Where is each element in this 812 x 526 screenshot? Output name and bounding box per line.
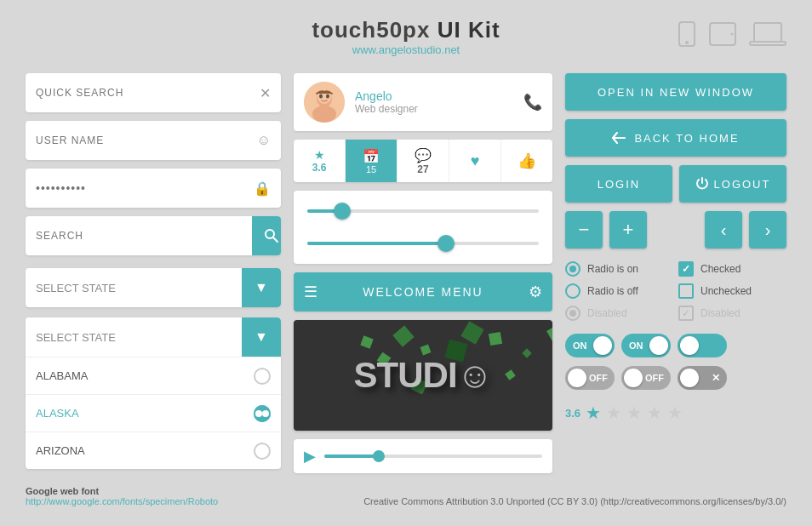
clear-icon[interactable]: ✕: [260, 85, 271, 101]
login-button[interactable]: LOGIN: [565, 165, 672, 203]
tablet-device-icon: [709, 22, 736, 46]
header-subtitle: www.angelostudio.net: [26, 43, 786, 56]
slider2-row: [307, 233, 539, 254]
check-mark-icon: ✓: [682, 263, 690, 275]
stat-stars[interactable]: ★ 3.6: [294, 140, 346, 182]
next-button[interactable]: ›: [749, 211, 786, 249]
toggle-check[interactable]: ✓: [678, 334, 727, 357]
star-5[interactable]: ★: [667, 403, 683, 423]
slider2-fill: [307, 242, 446, 245]
search-button[interactable]: [252, 216, 281, 255]
radio-dot-arizona: [254, 443, 271, 460]
star-rating-value: 3.6: [565, 407, 580, 420]
lock-icon: 🔒: [254, 180, 271, 197]
slider2-track[interactable]: [307, 242, 539, 245]
slider1-row: [307, 201, 539, 221]
toggle-on-1[interactable]: ON: [565, 334, 615, 357]
prev-button[interactable]: ‹: [705, 211, 742, 249]
slider2-thumb[interactable]: [437, 235, 455, 252]
right-column: OPEN IN NEW WINDOW BACK TO HOME LOGIN LO…: [565, 73, 786, 473]
stat-calendar[interactable]: 📅 15: [346, 140, 397, 182]
toggle-row-2: OFF OFF ✕: [565, 366, 786, 390]
check-disabled-item: ✓ Disabled: [678, 306, 786, 321]
toggle-label-off2: OFF: [645, 373, 664, 383]
logout-button[interactable]: LOGOUT: [679, 165, 786, 203]
svg-rect-5: [750, 42, 786, 45]
select-state-row[interactable]: SELECT STATE ▼: [26, 268, 281, 307]
plus-button[interactable]: +: [609, 211, 647, 249]
slider1-track[interactable]: [307, 209, 539, 213]
check-unchecked-item[interactable]: Unchecked: [678, 283, 786, 299]
username-row: ☺: [26, 121, 281, 160]
stat-heart[interactable]: ♥: [449, 140, 501, 182]
radio-check-grid: Radio is on ✓ Checked Radio is off: [565, 257, 786, 325]
page-title: touch50px UI Kit: [26, 17, 786, 43]
back-button-label: BACK TO HOME: [634, 132, 739, 145]
username-input[interactable]: [36, 134, 257, 146]
star-icon: ★: [314, 148, 325, 162]
toggle-on-2[interactable]: ON: [621, 334, 671, 357]
slider1-thumb[interactable]: [334, 203, 351, 220]
list-item-label: ALASKA: [36, 407, 79, 420]
search-input[interactable]: [36, 230, 252, 242]
minus-button[interactable]: −: [565, 211, 603, 249]
toggle-x-label: ✕: [712, 372, 720, 384]
radio-disabled-item: Disabled: [565, 306, 673, 321]
login-logout-row: LOGIN LOGOUT: [565, 165, 786, 203]
svg-point-13: [326, 94, 329, 99]
stat-chat[interactable]: 💬 27: [397, 140, 449, 182]
toggle-off-2[interactable]: OFF: [621, 366, 671, 390]
logout-label: LOGOUT: [714, 178, 771, 191]
check-unchecked-box: [678, 283, 694, 299]
star-1[interactable]: ★: [586, 403, 601, 423]
phone-icon[interactable]: 📞: [523, 93, 542, 111]
audio-thumb[interactable]: [373, 450, 385, 462]
open-new-window-button[interactable]: OPEN IN NEW WINDOW: [565, 73, 786, 111]
check-checked-item[interactable]: ✓ Checked: [678, 261, 786, 277]
list-item[interactable]: ARIZONA: [26, 432, 281, 469]
stats-row: ★ 3.6 📅 15 💬 27 ♥ 👍: [294, 140, 552, 182]
toggle-off-1[interactable]: OFF: [565, 366, 615, 390]
left-column: ✕ ☺ 🔒: [26, 73, 281, 473]
like-icon: 👍: [518, 152, 536, 170]
check-disabled-box: ✓: [678, 306, 694, 321]
dropdown-header: SELECT STATE ▼: [26, 317, 281, 357]
hamburger-icon[interactable]: ☰: [304, 283, 317, 301]
radio-off-indicator: [565, 283, 580, 299]
svg-rect-4: [754, 23, 781, 42]
play-button[interactable]: ▶: [304, 447, 316, 466]
license-text: Creative Commons Attribution 3.0 Unporte…: [363, 496, 786, 506]
sliders-container: [294, 191, 552, 264]
star-4[interactable]: ★: [647, 403, 662, 423]
list-item[interactable]: ALABAMA: [26, 357, 281, 394]
radio-on-indicator: [565, 261, 580, 277]
password-input[interactable]: [36, 181, 254, 195]
toggle-x[interactable]: ✕: [678, 366, 727, 390]
stat-value-stars: 3.6: [312, 162, 327, 174]
audio-bar: ▶: [294, 439, 552, 473]
star-2[interactable]: ★: [606, 403, 621, 423]
profile-role: Web designer: [355, 103, 513, 115]
toggle-knob-check: [680, 336, 699, 355]
radio-off-item[interactable]: Radio is off: [565, 283, 673, 299]
radio-on-item[interactable]: Radio is on: [565, 261, 673, 277]
star-3[interactable]: ★: [626, 403, 642, 423]
audio-track[interactable]: [324, 455, 542, 458]
select-arrow-btn[interactable]: ▼: [242, 268, 281, 307]
profile-name: Angelo: [355, 89, 513, 103]
toggle-knob-off1: [568, 369, 586, 387]
list-item-label: ARIZONA: [36, 444, 85, 457]
gear-icon[interactable]: ⚙: [529, 283, 542, 301]
check-disabled-mark: ✓: [682, 307, 690, 319]
toggle-knob-on1: [593, 336, 612, 355]
select-state-label: SELECT STATE: [36, 282, 242, 294]
stat-like[interactable]: 👍: [501, 140, 552, 182]
controls-row: − + ‹ ›: [565, 211, 786, 249]
back-to-home-button[interactable]: BACK TO HOME: [565, 119, 786, 157]
list-item[interactable]: ALASKA: [26, 394, 281, 432]
font-link[interactable]: http://www.google.com/fonts/specimen/Rob…: [26, 496, 218, 506]
quick-search-input[interactable]: [36, 87, 260, 99]
menu-bar[interactable]: ☰ WELCOME MENU ⚙: [294, 272, 552, 312]
check-unchecked-label: Unchecked: [700, 285, 752, 297]
dropdown-arrow-btn[interactable]: ▼: [242, 317, 281, 357]
